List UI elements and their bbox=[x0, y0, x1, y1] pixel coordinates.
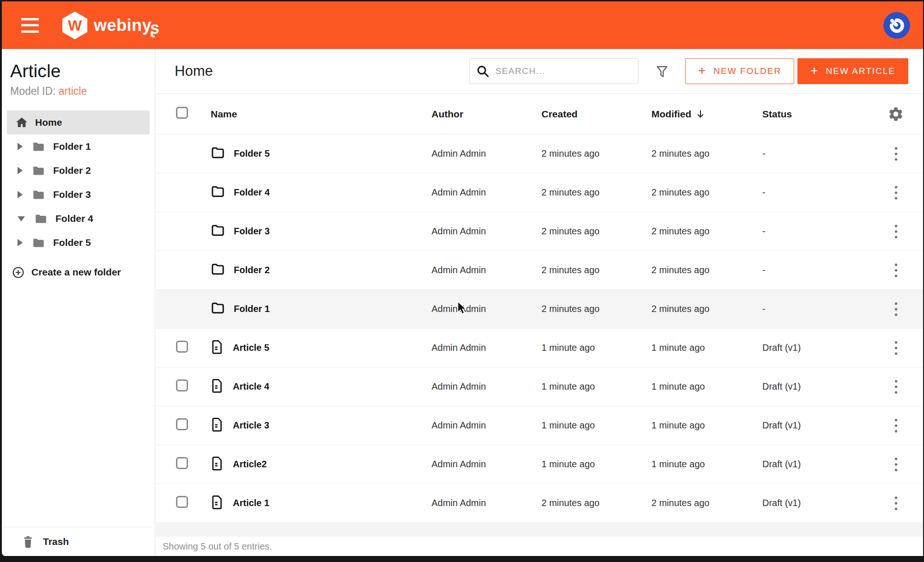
new-article-button[interactable]: + NEW ARTICLE bbox=[797, 58, 908, 84]
table-row-folder-5[interactable]: Folder 5 Admin Admin 2 minutes ago 2 min… bbox=[156, 134, 923, 173]
entry-status: Draft (v1) bbox=[762, 420, 878, 431]
caret-down-icon[interactable] bbox=[18, 216, 25, 221]
sidebar-item-trash[interactable]: Trash bbox=[2, 527, 155, 556]
folder-label: Folder 5 bbox=[53, 237, 91, 248]
create-folder-label: Create a new folder bbox=[31, 267, 121, 278]
kebab-menu-icon[interactable] bbox=[892, 299, 900, 319]
document-icon bbox=[211, 456, 224, 473]
entry-created: 2 minutes ago bbox=[541, 498, 651, 508]
kebab-menu-icon[interactable] bbox=[892, 455, 900, 474]
user-avatar[interactable] bbox=[883, 12, 910, 39]
document-icon bbox=[211, 340, 224, 356]
trash-label: Trash bbox=[43, 536, 69, 547]
entry-author: Admin Admin bbox=[432, 265, 541, 275]
sidebar-item-folder-4[interactable]: Folder 4 bbox=[2, 207, 155, 231]
sort-desc-arrow-icon bbox=[695, 109, 705, 119]
sidebar-item-folder-3[interactable]: Folder 3 bbox=[2, 183, 155, 207]
sidebar-item-folder-5[interactable]: Folder 5 bbox=[2, 231, 155, 255]
row-checkbox[interactable] bbox=[176, 418, 188, 430]
entry-created: 2 minutes ago bbox=[541, 265, 651, 275]
entry-status: - bbox=[762, 148, 878, 159]
entries-summary: Showing 5 out of 5 entries. bbox=[163, 541, 272, 552]
page-title: Home bbox=[175, 63, 213, 79]
sidebar-item-folder-2[interactable]: Folder 2 bbox=[2, 159, 155, 183]
folder-label: Folder 1 bbox=[53, 141, 91, 152]
column-header-modified[interactable]: Modified bbox=[651, 109, 762, 120]
model-id-value: article bbox=[59, 85, 87, 97]
select-all-checkbox[interactable] bbox=[176, 107, 188, 119]
entry-created: 1 minute ago bbox=[541, 420, 651, 431]
table-row-article2[interactable]: Article2 Admin Admin 1 minute ago 1 minu… bbox=[156, 445, 923, 483]
app-window: W webiny ʂ Article Model ID: article bbox=[2, 1, 923, 556]
new-article-label: NEW ARTICLE bbox=[826, 66, 895, 76]
table-row-folder-1[interactable]: Folder 1 Admin Admin 2 minutes ago 2 min… bbox=[156, 289, 923, 328]
caret-right-icon[interactable] bbox=[18, 143, 23, 150]
kebab-menu-icon[interactable] bbox=[892, 377, 900, 397]
top-app-bar: W webiny ʂ bbox=[2, 1, 923, 49]
kebab-menu-icon[interactable] bbox=[892, 261, 900, 280]
entry-modified: 2 minutes ago bbox=[651, 148, 762, 159]
folder-icon bbox=[32, 237, 45, 249]
kebab-menu-icon[interactable] bbox=[892, 144, 900, 164]
entry-name: Article 5 bbox=[233, 342, 269, 353]
entry-modified: 2 minutes ago bbox=[651, 498, 762, 508]
column-header-author[interactable]: Author bbox=[432, 109, 541, 120]
entry-author: Admin Admin bbox=[432, 420, 541, 431]
caret-right-icon[interactable] bbox=[18, 191, 23, 198]
kebab-menu-icon[interactable] bbox=[892, 416, 900, 435]
content-header: Home + NEW FOLDER + NEW ARTICLE bbox=[156, 49, 923, 94]
table-row-article-1[interactable]: Article 1 Admin Admin 2 minutes ago 2 mi… bbox=[156, 483, 923, 522]
new-folder-button[interactable]: + NEW FOLDER bbox=[685, 58, 794, 84]
entry-modified: 2 minutes ago bbox=[651, 226, 762, 237]
entry-modified: 1 minute ago bbox=[651, 420, 762, 431]
entry-author: Admin Admin bbox=[432, 342, 541, 353]
create-folder-button[interactable]: Create a new folder bbox=[2, 262, 155, 282]
folder-icon bbox=[211, 262, 225, 279]
entry-created: 1 minute ago bbox=[541, 459, 651, 470]
table-footer: Showing 5 out of 5 entries. bbox=[156, 537, 923, 556]
kebab-menu-icon[interactable] bbox=[892, 494, 900, 513]
row-checkbox[interactable] bbox=[176, 341, 188, 353]
model-id: Model ID: article bbox=[10, 85, 146, 98]
entry-status: Draft (v1) bbox=[762, 459, 878, 470]
kebab-menu-icon[interactable] bbox=[892, 338, 900, 358]
column-header-name[interactable]: Name bbox=[208, 109, 432, 120]
entry-author: Admin Admin bbox=[432, 226, 541, 237]
table-row-article-5[interactable]: Article 5 Admin Admin 1 minute ago 1 min… bbox=[156, 328, 923, 367]
brand-letter: W bbox=[68, 17, 82, 34]
table-row-article-3[interactable]: Article 3 Admin Admin 1 minute ago 1 min… bbox=[156, 406, 923, 445]
entry-modified: 1 minute ago bbox=[651, 381, 762, 392]
hamburger-menu-icon[interactable] bbox=[21, 18, 40, 33]
row-checkbox[interactable] bbox=[176, 379, 188, 391]
entry-status: - bbox=[762, 265, 878, 275]
caret-right-icon[interactable] bbox=[18, 239, 23, 246]
folder-icon bbox=[211, 184, 225, 201]
kebab-menu-icon[interactable] bbox=[892, 183, 900, 202]
sidebar-item-folder-1[interactable]: Folder 1 bbox=[2, 134, 155, 159]
webiny-logo[interactable]: W webiny ʂ bbox=[62, 11, 159, 40]
main-content: Home + NEW FOLDER + NEW ARTICLE bbox=[156, 49, 923, 556]
folder-tree: Folder 1 Folder 2 Folder 3 Folder 4 bbox=[2, 134, 155, 255]
plus-circle-icon bbox=[12, 266, 24, 279]
settings-gear-icon[interactable] bbox=[888, 106, 904, 122]
sidebar-item-label: Home bbox=[35, 117, 62, 128]
kebab-menu-icon[interactable] bbox=[892, 222, 900, 241]
search-input[interactable] bbox=[495, 66, 625, 76]
column-header-created[interactable]: Created bbox=[541, 109, 651, 120]
table-row-article-4[interactable]: Article 4 Admin Admin 1 minute ago 1 min… bbox=[156, 367, 923, 406]
table-row-folder-4[interactable]: Folder 4 Admin Admin 2 minutes ago 2 min… bbox=[156, 173, 923, 212]
entry-author: Admin Admin bbox=[432, 148, 541, 159]
row-checkbox[interactable] bbox=[176, 496, 188, 508]
entry-modified: 1 minute ago bbox=[651, 459, 762, 470]
sidebar-header: Article Model ID: article bbox=[2, 49, 155, 98]
entry-author: Admin Admin bbox=[432, 498, 541, 508]
table-row-folder-3[interactable]: Folder 3 Admin Admin 2 minutes ago 2 min… bbox=[156, 212, 923, 250]
caret-right-icon[interactable] bbox=[18, 167, 23, 174]
table-header: Name Author Created Modified Status bbox=[156, 94, 923, 134]
folder-icon bbox=[32, 189, 45, 201]
row-checkbox[interactable] bbox=[176, 457, 188, 469]
filter-funnel-icon[interactable] bbox=[655, 63, 669, 79]
sidebar-item-home[interactable]: Home bbox=[7, 110, 150, 134]
table-row-folder-2[interactable]: Folder 2 Admin Admin 2 minutes ago 2 min… bbox=[156, 250, 923, 289]
column-header-status[interactable]: Status bbox=[762, 109, 878, 120]
